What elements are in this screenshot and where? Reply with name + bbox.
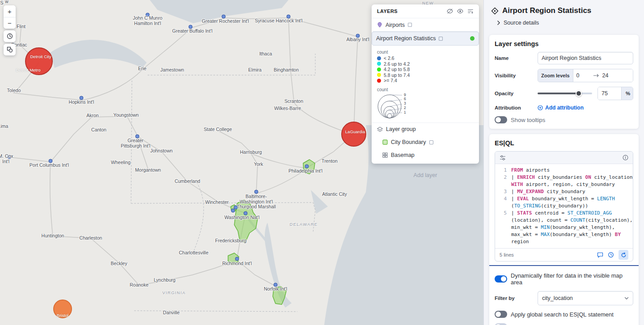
airport-dot[interactable] [222, 15, 226, 19]
line-number [495, 231, 511, 238]
map-label: State College [203, 127, 232, 132]
layers-panel-header: LAYERS [372, 4, 479, 18]
line-number: 1 [495, 167, 511, 174]
query-history-button[interactable] [608, 252, 614, 258]
info-icon[interactable] [623, 155, 628, 160]
layer-checkbox[interactable] [408, 23, 412, 27]
esql-editor-header [495, 152, 633, 164]
airport-dot[interactable] [235, 257, 239, 261]
map-label: Toledo [7, 88, 21, 93]
zoom-out-button[interactable]: − [4, 17, 16, 29]
map-label: Youngstown [114, 113, 139, 118]
bubble-label: Bristol [57, 313, 68, 318]
code-text: | ENRICH city_boundaries ON city_locatio… [511, 174, 633, 181]
map-label: Wilkes-Barre [274, 106, 301, 111]
map-label: Huntington [42, 233, 64, 239]
map-label: Flint [17, 24, 25, 30]
clock-icon [7, 33, 13, 39]
dynamic-filter-toggle[interactable] [495, 275, 507, 283]
code-line: (TO_STRING(city_boundary)) [495, 203, 631, 210]
map-label: Washington Nat'l [225, 215, 260, 220]
maps-app: SwFlintPontiacToledoHopkins Int'lAkronYo… [0, 0, 644, 325]
plus-in-circle-icon [538, 105, 543, 110]
zoom-max-input[interactable] [599, 69, 633, 82]
flyout-title: Airport Region Statistics [502, 6, 591, 15]
map-label: Port Columbus Int'l [30, 163, 69, 168]
source-details-toggle[interactable]: Source details [496, 20, 637, 26]
source-details-label: Source details [504, 20, 539, 26]
legend-class-label: >= 7.4 [384, 78, 397, 83]
map-label: Beckley [111, 261, 127, 266]
opacity-value-input[interactable] [598, 87, 621, 100]
map-label: Ithaca [259, 51, 272, 57]
legend-size-circles: 96321 [377, 93, 474, 121]
esql-code[interactable]: 1FROM airports2| ENRICH city_boundaries … [495, 164, 633, 248]
map-label: Philadelphia Int'l [288, 169, 322, 174]
dynamic-filter-label: Dynamically filter for data in the visib… [511, 272, 633, 286]
map-label: Lima [0, 124, 8, 129]
green-square-icon [382, 139, 388, 145]
esql-editor-footer: 5 lines [495, 248, 633, 261]
layer-row-basemap[interactable]: Basemap [372, 149, 479, 162]
zoom-in-button[interactable]: + [4, 5, 16, 17]
map-label: GreaterPittsburgh Int'l [121, 138, 150, 148]
layer-group-icon [377, 127, 383, 132]
code-text: region [511, 238, 529, 245]
run-query-button[interactable] [619, 250, 628, 260]
feedback-button[interactable] [597, 252, 603, 258]
opacity-slider[interactable] [538, 90, 592, 97]
code-line: 1FROM airports [495, 167, 631, 174]
add-attribution-button[interactable]: Add attribution [538, 105, 584, 111]
layer-checkbox[interactable] [439, 37, 443, 41]
layer-checkbox[interactable] [429, 140, 433, 144]
map-label: Charlottesville [179, 250, 208, 256]
layer-legend: count < 2.62.6 up to 4.24.2 up to 5.85.8… [372, 46, 479, 122]
hide-layers-icon[interactable] [447, 8, 453, 14]
layer-group-row[interactable]: Layer group [372, 122, 479, 136]
legend-color-dot [377, 56, 381, 60]
esql-editor[interactable]: 1FROM airports2| ENRICH city_boundaries … [495, 151, 633, 262]
editor-settings-icon[interactable] [500, 155, 506, 160]
draw-tools-button[interactable] [4, 44, 16, 55]
region-bubble[interactable] [341, 122, 366, 147]
map-label: Hopkins Int'l [69, 100, 94, 105]
map-label: Roanoke [130, 283, 148, 288]
map-canvas[interactable]: SwFlintPontiacToledoHopkins Int'lAkronYo… [0, 0, 483, 325]
flyout-header: Airport Region Statistics Source details [484, 0, 644, 30]
code-line: min_wkt = MIN(boundary_wkt_length), [495, 224, 631, 231]
legend-class-label: < 2.6 [384, 55, 394, 61]
line-number [495, 217, 511, 224]
map-label: Greater Rochester Int'l [202, 19, 249, 24]
add-layer-button[interactable]: Add layer [414, 172, 437, 178]
layer-name-input[interactable] [538, 52, 633, 64]
layers-panel: LAYERS Airports Airport Region Statistic… [372, 4, 479, 164]
line-number [495, 224, 511, 231]
show-tooltips-toggle[interactable] [495, 116, 507, 123]
filter-by-select[interactable]: city_location [538, 291, 633, 305]
layer-row-airport-region-statistics[interactable]: Airport Region Statistics [372, 31, 479, 46]
name-label: Name [495, 55, 538, 61]
layer-row-city-boundary[interactable]: City Boundary [372, 136, 479, 149]
layer-row-airports[interactable]: Airports [372, 18, 479, 31]
show-layers-icon[interactable] [457, 8, 463, 14]
layer-label: Basemap [391, 152, 415, 158]
draw-tools-icon [7, 46, 13, 53]
zoom-min-input[interactable] [573, 69, 593, 82]
bubble-label: Detroit City [30, 54, 51, 59]
green-dot-icon [470, 36, 475, 41]
map-label: S [0, 0, 3, 6]
opacity-slider-thumb[interactable] [576, 90, 582, 97]
global-search-toggle[interactable] [495, 311, 507, 318]
layer-label: City Boundary [391, 139, 426, 145]
map-label: Winchester [205, 200, 229, 205]
editor-resize-handle[interactable] [489, 265, 639, 266]
legend-color-dot [377, 73, 381, 77]
map-label: Atlantic City [322, 192, 347, 197]
reorder-layers-icon[interactable] [467, 8, 474, 14]
airport-dot[interactable] [305, 165, 309, 169]
code-line: 4| EVAL boundary_wkt_length = LENGTH [495, 195, 631, 203]
timeslider-button[interactable] [4, 30, 16, 42]
code-line: 3| MV_EXPAND city_boundary [495, 188, 631, 195]
size-ticks: 96321 [404, 93, 406, 115]
legend-class-row: < 2.6 [377, 55, 474, 61]
